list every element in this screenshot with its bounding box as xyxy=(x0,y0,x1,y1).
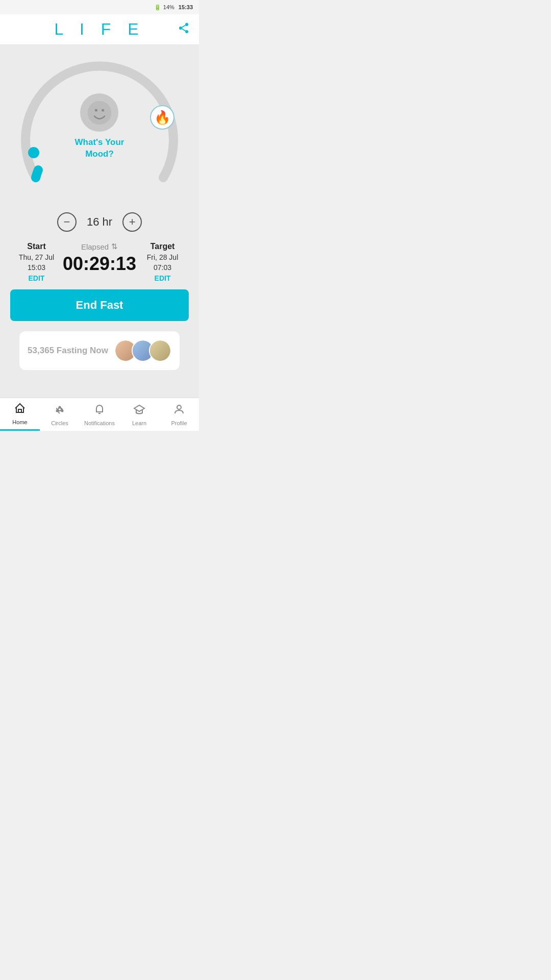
start-label: Start xyxy=(10,242,63,251)
circles-icon xyxy=(54,403,66,419)
svg-point-15 xyxy=(177,405,181,409)
circle-container: 🔥 What's Your Mood? xyxy=(20,55,179,208)
nav-item-learn[interactable]: Learn xyxy=(119,398,159,431)
end-marker: 🔥 xyxy=(150,105,174,130)
target-edit-button[interactable]: EDIT xyxy=(136,274,189,282)
start-dot xyxy=(28,147,39,158)
decrement-button[interactable]: − xyxy=(57,212,77,232)
timer-section: 🔥 What's Your Mood? xyxy=(0,45,199,370)
times-row: Start Thu, 27 Jul 15:03 EDIT Elapsed ⇅ 0… xyxy=(0,242,199,282)
duration-display: 16 hr xyxy=(87,215,112,229)
start-column: Start Thu, 27 Jul 15:03 EDIT xyxy=(10,242,63,282)
avatar-3 xyxy=(149,339,171,362)
mood-face[interactable] xyxy=(80,93,118,132)
start-time-val: 15:03 xyxy=(10,263,63,273)
svg-rect-8 xyxy=(18,409,21,412)
battery-icon: 🔋 xyxy=(154,4,161,11)
app-header: L I F E xyxy=(0,14,199,45)
status-bar: 🔋 14% 15:33 xyxy=(0,0,199,14)
profile-icon xyxy=(173,403,185,419)
target-time-val: 07:03 xyxy=(136,263,189,273)
nav-item-profile[interactable]: Profile xyxy=(159,398,199,431)
start-edit-button[interactable]: EDIT xyxy=(10,274,63,282)
nav-label-notifications: Notifications xyxy=(84,420,115,426)
elapsed-column: Elapsed ⇅ 00:29:13 xyxy=(63,242,136,275)
svg-point-5 xyxy=(88,101,112,125)
main-content: 🔥 What's Your Mood? xyxy=(0,45,199,398)
nav-item-home[interactable]: Home xyxy=(0,398,40,431)
target-label: Target xyxy=(136,242,189,251)
battery-percent: 14% xyxy=(163,4,174,10)
nav-item-notifications[interactable]: Notifications xyxy=(80,398,119,431)
share-button[interactable] xyxy=(178,22,190,37)
nav-label-profile: Profile xyxy=(171,420,187,426)
nav-label-home: Home xyxy=(12,419,27,425)
bottom-nav: Home Circles Notifications xyxy=(0,398,199,431)
mood-prompt[interactable]: What's Your Mood? xyxy=(75,137,124,159)
svg-point-6 xyxy=(95,109,97,111)
svg-point-11 xyxy=(62,410,63,411)
circle-inner-content: What's Your Mood? xyxy=(75,93,124,159)
svg-point-12 xyxy=(57,410,58,411)
home-icon xyxy=(14,402,26,418)
start-date: Thu, 27 Jul xyxy=(10,253,63,263)
learn-icon xyxy=(133,403,145,419)
community-count: 53,365 Fasting Now xyxy=(28,346,108,356)
svg-point-10 xyxy=(59,406,61,408)
nav-item-circles[interactable]: Circles xyxy=(40,398,80,431)
target-date: Fri, 28 Jul xyxy=(136,253,189,263)
community-card: 53,365 Fasting Now xyxy=(19,331,180,370)
svg-line-4 xyxy=(182,25,186,27)
end-fast-button[interactable]: End Fast xyxy=(10,289,189,321)
svg-point-1 xyxy=(179,27,182,30)
duration-control: − 16 hr + xyxy=(57,212,142,232)
elapsed-timer: 00:29:13 xyxy=(63,253,136,275)
svg-point-2 xyxy=(185,30,188,33)
notifications-icon xyxy=(93,403,106,419)
app-title: L I F E xyxy=(54,20,144,39)
increment-button[interactable]: + xyxy=(122,212,142,232)
nav-label-learn: Learn xyxy=(132,420,146,426)
target-column: Target Fri, 28 Jul 07:03 EDIT xyxy=(136,242,189,282)
time-display: 15:33 xyxy=(179,4,193,10)
nav-label-circles: Circles xyxy=(51,420,68,426)
avatar-group xyxy=(114,339,171,362)
svg-point-0 xyxy=(185,23,188,26)
svg-line-3 xyxy=(182,29,186,31)
elapsed-label: Elapsed ⇅ xyxy=(63,242,136,251)
sort-icon: ⇅ xyxy=(111,242,118,251)
svg-point-7 xyxy=(102,109,104,111)
